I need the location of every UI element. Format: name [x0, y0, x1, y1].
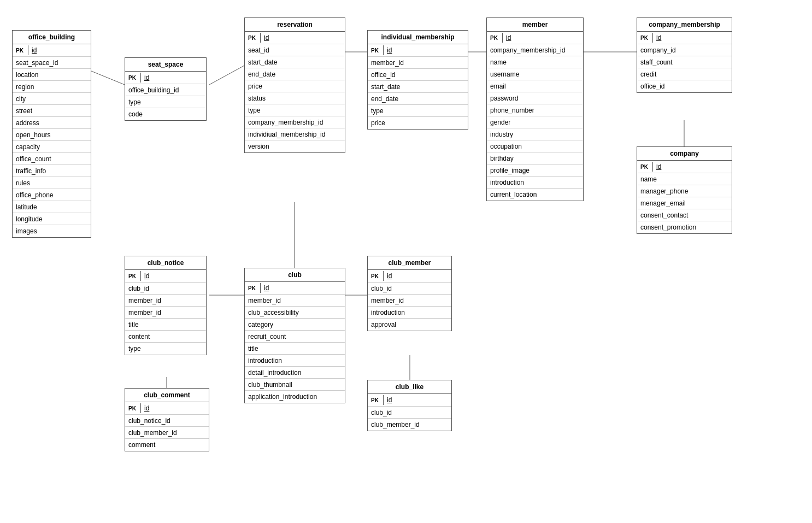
- table-company: company PK id name manager_phone menager…: [637, 146, 732, 234]
- table-member: member PK id company_membership_id name …: [486, 17, 584, 201]
- diagram-canvas: office_building PK id seat_space_id loca…: [0, 0, 812, 523]
- pk-label: PK: [16, 48, 26, 54]
- table-reservation: reservation PK id seat_id start_date end…: [244, 17, 345, 153]
- table-individual-membership: individual_membership PK id member_id of…: [367, 30, 468, 130]
- svg-line-1: [209, 66, 244, 85]
- table-club-member: club_member PK id club_id member_id intr…: [367, 256, 452, 331]
- table-title-office-building: office_building: [13, 31, 91, 44]
- table-club: club PK id member_id club_accessibility …: [244, 268, 345, 403]
- table-seat-space: seat_space PK id office_building_id type…: [125, 57, 207, 121]
- table-company-membership: company_membership PK id company_id staf…: [637, 17, 732, 93]
- svg-line-0: [91, 71, 125, 85]
- table-club-comment: club_comment PK id club_notice_id club_m…: [125, 388, 209, 451]
- table-office-building: office_building PK id seat_space_id loca…: [12, 30, 91, 238]
- table-club-notice: club_notice PK id club_id member_id memb…: [125, 256, 207, 355]
- table-club-like: club_like PK id club_id club_member_id: [367, 380, 452, 431]
- field-id: id: [32, 46, 37, 54]
- pk-row-office-building: PK id: [13, 44, 91, 57]
